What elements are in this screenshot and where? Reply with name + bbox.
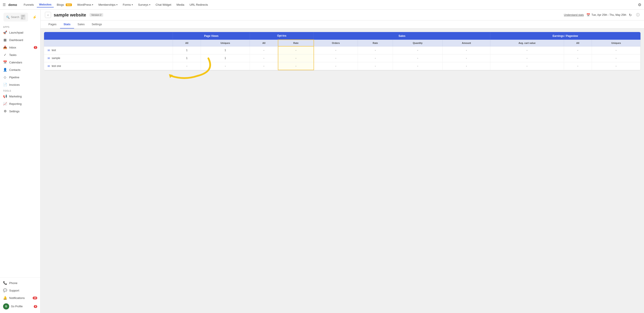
notifications-badge: 10 bbox=[33, 296, 37, 299]
avatar: G bbox=[3, 303, 9, 309]
row3-oi-rate: - bbox=[278, 62, 314, 70]
content-toolbar: ‹ sample website Version 2 Understand st… bbox=[40, 10, 644, 21]
lightning-icon[interactable]: ⚡ bbox=[31, 13, 38, 21]
row2-name-cell: ✉ sample bbox=[44, 54, 173, 62]
understand-stats-link[interactable]: Understand stats bbox=[564, 13, 584, 17]
sub-th-earn-all: All bbox=[564, 40, 592, 46]
nav-item-wordpress[interactable]: WordPress ▾ bbox=[75, 2, 95, 7]
tasks-icon: ✓ bbox=[3, 53, 7, 57]
nav-item-surveys[interactable]: Surveys ▾ bbox=[136, 2, 152, 7]
row1-sales-rate: - bbox=[358, 46, 393, 54]
sub-th-oi-rate: Rate bbox=[278, 40, 314, 46]
row3-earn-all: - bbox=[564, 62, 592, 70]
nav-item-blogs[interactable]: Blogs New bbox=[54, 2, 74, 7]
sidebar-bottom: 📞 Phone 💬 Support 🔔 Notifications 10 G G… bbox=[0, 277, 40, 313]
row3-oi-all: - bbox=[250, 62, 278, 70]
sidebar-item-calendars[interactable]: 📅 Calendars bbox=[0, 59, 40, 66]
sidebar-item-launchpad[interactable]: 🚀 Launchpad bbox=[0, 29, 40, 36]
row1-avg-cart: - bbox=[490, 46, 564, 54]
tab-stats[interactable]: Stats bbox=[60, 21, 74, 29]
th-empty bbox=[44, 32, 173, 40]
sidebar-item-settings[interactable]: ⚙ Settings bbox=[0, 108, 40, 115]
row2-earn-uniques: - bbox=[592, 54, 640, 62]
sidebar: 🔍 Search ctrl K ⚡ Apps 🚀 Launchpad ▦ Das… bbox=[0, 10, 40, 313]
sidebar-item-phone[interactable]: 📞 Phone bbox=[0, 279, 40, 287]
envelope-icon: ✉ bbox=[48, 49, 50, 52]
row1-sales-orders: - bbox=[314, 46, 358, 54]
blogs-new-badge: New bbox=[66, 4, 72, 6]
row3-earn-uniques: - bbox=[592, 62, 640, 70]
sidebar-item-notifications[interactable]: 🔔 Notifications 10 bbox=[0, 294, 40, 301]
nav-item-memberships[interactable]: Memberships ▾ bbox=[96, 2, 120, 7]
stats-table: Page Views Opt-Ins Sales Earnings / Page… bbox=[44, 32, 640, 70]
notifications-icon: 🔔 bbox=[3, 296, 7, 300]
tab-sales[interactable]: Sales bbox=[74, 21, 88, 29]
row3-name-cell: ✉ test one bbox=[44, 62, 173, 70]
sidebar-item-inbox[interactable]: 📥 Inbox 1 bbox=[0, 44, 40, 51]
sidebar-item-contacts[interactable]: 👤 Contacts bbox=[0, 66, 40, 74]
row2-oi-rate: - bbox=[278, 54, 314, 62]
sidebar-item-reporting[interactable]: 📈 Reporting bbox=[0, 100, 40, 108]
row2-pv-all: 1 bbox=[173, 54, 201, 62]
surveys-chevron: ▾ bbox=[149, 4, 150, 6]
sidebar-item-pipeline[interactable]: ◇ Pipeline bbox=[0, 74, 40, 81]
nav-item-websites[interactable]: Websites bbox=[37, 2, 54, 8]
forms-chevron: ▾ bbox=[132, 4, 133, 6]
th-optins: Opt-Ins bbox=[250, 32, 314, 40]
content-area: ‹ sample website Version 2 Understand st… bbox=[40, 10, 644, 313]
settings-gear-icon[interactable]: ⚙ bbox=[638, 3, 641, 7]
envelope-icon: ✉ bbox=[48, 65, 50, 68]
nav-item-url-redirects[interactable]: URL Redirects bbox=[187, 2, 210, 7]
sidebar-item-tasks[interactable]: ✓ Tasks bbox=[0, 51, 40, 59]
search-label: Search bbox=[11, 16, 19, 19]
pipeline-icon: ◇ bbox=[3, 75, 7, 79]
main-layout: 🔍 Search ctrl K ⚡ Apps 🚀 Launchpad ▦ Das… bbox=[0, 10, 644, 313]
support-icon: 💬 bbox=[3, 288, 7, 292]
sub-th-avg-cart: Avg. cart value bbox=[490, 40, 564, 46]
row2-sales-orders: - bbox=[314, 54, 358, 62]
row2-pv-uniques: 1 bbox=[201, 54, 250, 62]
stats-container: Page Views Opt-Ins Sales Earnings / Page… bbox=[40, 29, 644, 313]
sidebar-item-marketing[interactable]: 📢 Marketing bbox=[0, 93, 40, 100]
nav-item-forms[interactable]: Forms ▾ bbox=[120, 2, 135, 7]
memberships-chevron: ▾ bbox=[116, 4, 118, 6]
top-nav: ☰ demo Funnels Websites Blogs New WordPr… bbox=[0, 0, 644, 10]
sidebar-item-invoices[interactable]: 📄 Invoices bbox=[0, 81, 40, 88]
row1-earn-uniques: - bbox=[592, 46, 640, 54]
site-title: sample website bbox=[54, 13, 86, 18]
nav-item-media[interactable]: Media bbox=[174, 2, 186, 7]
toolbar-right: Understand stats 📅 Tue, Apr 25th - Thu, … bbox=[564, 13, 640, 17]
sub-th-pv-all: All bbox=[173, 40, 201, 46]
wordpress-chevron: ▾ bbox=[92, 4, 93, 6]
nav-item-chat-widget[interactable]: Chat Widget bbox=[154, 2, 174, 7]
search-shortcut: ctrl K bbox=[20, 15, 26, 20]
hamburger-icon[interactable]: ☰ bbox=[3, 3, 6, 7]
row2-sales-rate: - bbox=[358, 54, 393, 62]
row3-sales-orders: - bbox=[314, 62, 358, 70]
th-sales: Sales bbox=[314, 32, 490, 40]
tabs-bar: Pages Stats Sales Settings bbox=[40, 21, 644, 29]
sidebar-item-dashboard[interactable]: ▦ Dashboard bbox=[0, 36, 40, 44]
settings-icon: ⚙ bbox=[3, 109, 7, 113]
sidebar-item-profile[interactable]: G Go Profile 4 bbox=[0, 301, 40, 311]
sub-th-pv-uniques: Uniques bbox=[201, 40, 250, 46]
refresh-button[interactable]: ↻ bbox=[629, 13, 632, 17]
tab-settings[interactable]: Settings bbox=[88, 21, 106, 29]
envelope-icon: ✉ bbox=[48, 57, 50, 60]
back-button[interactable]: ‹ bbox=[45, 12, 51, 18]
table-row: ✉ sample 1 1 - - - - - - bbox=[44, 54, 640, 62]
th-earnings: Earnings / Pageview bbox=[490, 32, 640, 40]
info-icon[interactable]: ⓘ bbox=[636, 13, 640, 17]
row2-oi-all: - bbox=[250, 54, 278, 62]
profile-badge: 4 bbox=[34, 305, 37, 308]
row1-earn-all: - bbox=[564, 46, 592, 54]
sidebar-item-support[interactable]: 💬 Support bbox=[0, 287, 40, 294]
tab-pages[interactable]: Pages bbox=[45, 21, 60, 29]
sub-th-sales-orders: Orders bbox=[314, 40, 358, 46]
nav-item-funnels[interactable]: Funnels bbox=[22, 2, 36, 7]
table-row: ✉ test one - - - - - - - - bbox=[44, 62, 640, 70]
apps-section-label: Apps bbox=[0, 25, 40, 29]
row1-oi-all: - bbox=[250, 46, 278, 54]
sidebar-search[interactable]: 🔍 Search ctrl K bbox=[4, 13, 28, 22]
row3-pv-all: - bbox=[173, 62, 201, 70]
